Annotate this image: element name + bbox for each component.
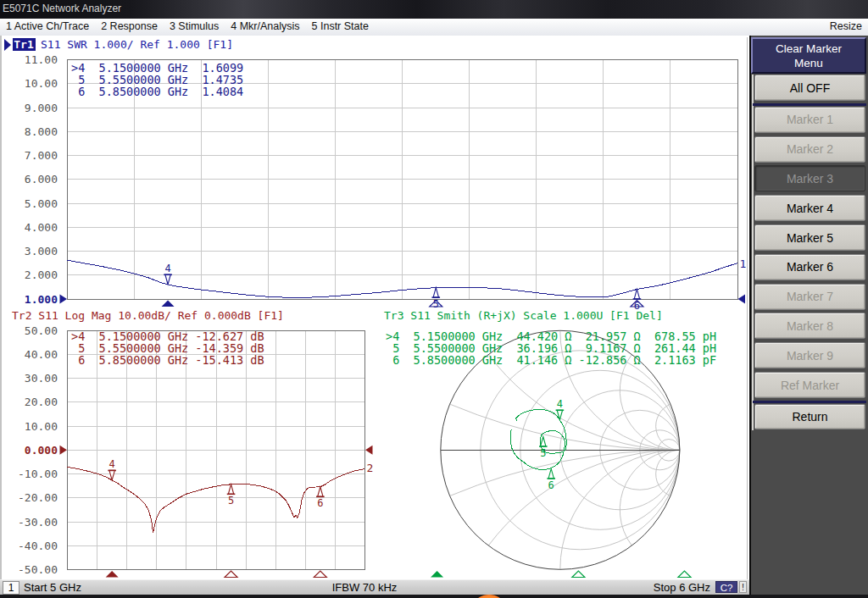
tr1-ref-arrow-right xyxy=(738,295,746,304)
softkey-menu-title-line1: Clear Marker xyxy=(753,42,865,56)
tr1-marker-row: 6 5.8500000 GHz 1.4084 xyxy=(71,85,243,98)
tr3-marker-row: 6 5.8500000 GHz 41.146 Ω -12.856 Ω 2.116… xyxy=(386,353,716,367)
tr3-trace xyxy=(510,409,566,469)
marker-5-symbol[interactable] xyxy=(433,288,438,298)
tr1-ytick: 7.000 xyxy=(25,149,58,162)
tr1-ytick: 1.000 xyxy=(25,293,58,306)
marker-5-axis-indicator[interactable] xyxy=(572,571,585,578)
softkey-ref-marker[interactable]: Ref Marker xyxy=(754,372,865,398)
marker-6-symbol[interactable] xyxy=(318,487,323,497)
softkey-marker-9[interactable]: Marker 9 xyxy=(754,342,865,368)
softkey-divider xyxy=(753,401,866,403)
tr1-ytick: 6.000 xyxy=(25,173,58,185)
active-trace-arrow-icon xyxy=(4,39,11,51)
tr2-ytick: 30.00 xyxy=(25,372,58,385)
tr2-ytick: 20.00 xyxy=(25,396,58,408)
trace1-title-row: Tr1 S11 SWR 1.000/ Ref 1.000 [F1] xyxy=(0,38,26,52)
trace1-name-badge[interactable]: Tr1 xyxy=(13,38,36,51)
softkey-marker-3[interactable]: Marker 3 xyxy=(754,165,865,191)
menu-item-3[interactable]: 3 Stimulus xyxy=(164,19,225,36)
channel-number-badge: 1 xyxy=(3,581,19,595)
tr1-ytick: 2.000 xyxy=(25,269,58,281)
softkey-menu-title-line2: Menu xyxy=(753,56,865,70)
analyzer-screen: E5071C Network Analyzer 1 Active Ch/Trac… xyxy=(0,0,868,598)
tr2-ytick: -10.00 xyxy=(18,468,58,480)
tr1-ytick: 5.000 xyxy=(25,197,58,210)
marker-6-symbol[interactable] xyxy=(634,289,639,299)
trace2-title: Tr2 S11 Log Mag 10.00dB/ Ref 0.000dB [F1… xyxy=(12,309,284,322)
softkey-marker-2[interactable]: Marker 2 xyxy=(754,136,865,163)
tr1-ytick: 4.000 xyxy=(25,221,58,234)
taskbar-strip xyxy=(0,595,868,598)
title-bar: E5071C Network Analyzer xyxy=(0,0,868,19)
softkey-marker-1[interactable]: Marker 1 xyxy=(754,107,865,133)
status-start-frequency: Start 5 GHz xyxy=(24,581,81,594)
menu-item-4[interactable]: 4 Mkr/Analysis xyxy=(225,19,305,36)
marker-4-axis-indicator[interactable] xyxy=(162,301,175,307)
marker-4-axis-indicator[interactable] xyxy=(431,571,443,578)
tr2-ytick: -30.00 xyxy=(18,516,58,529)
menu-items: 1 Active Ch/Trace2 Response3 Stimulus4 M… xyxy=(0,19,375,36)
marker-4-number: 4 xyxy=(109,458,115,470)
marker-6-symbol[interactable] xyxy=(548,468,554,479)
tr2-ref-arrow-right xyxy=(365,446,373,455)
softkey-marker-4[interactable]: Marker 4 xyxy=(754,195,865,221)
marker-6-number: 6 xyxy=(548,479,554,491)
menu-bar: 1 Active Ch/Trace2 Response3 Stimulus4 M… xyxy=(0,19,868,36)
trace3-title: Tr3 S11 Smith (R+jX) Scale 1.000U [F1 De… xyxy=(384,309,663,322)
trace1-title: S11 SWR 1.000/ Ref 1.000 [F1] xyxy=(41,38,233,51)
tr1-trace-number: 1 xyxy=(740,257,747,270)
tr2-ytick: 0.000 xyxy=(25,444,58,457)
softkey-marker-7[interactable]: Marker 7 xyxy=(754,284,865,310)
status-ifbw: IFBW 70 kHz xyxy=(297,581,432,594)
tr1-panel: 11.0010.009.0008.0007.0006.0005.0004.000… xyxy=(25,53,746,312)
tr2-trace-number: 2 xyxy=(367,462,374,474)
softkey-marker-6[interactable]: Marker 6 xyxy=(754,254,865,280)
tr2-ytick: 40.00 xyxy=(25,348,58,361)
tr2-marker-row: 6 5.8500000 GHz -15.413 dB xyxy=(71,353,264,367)
alert-badge: ! xyxy=(739,581,747,593)
marker-4-number: 4 xyxy=(557,398,563,410)
marker-4-number: 4 xyxy=(164,263,170,274)
softkey-return[interactable]: Return xyxy=(754,404,865,429)
menu-item-resize[interactable]: Resize xyxy=(830,19,862,35)
softkey-all-off[interactable]: All OFF xyxy=(754,75,865,101)
status-bar: 1 Start 5 GHz IFBW 70 kHz Stop 6 GHz C? … xyxy=(0,579,749,595)
marker-5-number: 5 xyxy=(228,495,234,507)
tr2-ytick: -50.00 xyxy=(18,563,58,576)
marker-5-axis-indicator[interactable] xyxy=(225,571,237,578)
softkey-marker-8[interactable]: Marker 8 xyxy=(754,313,865,339)
trace-plots: 11.0010.009.0008.0007.0006.0005.0004.000… xyxy=(0,36,749,579)
marker-5-symbol[interactable] xyxy=(228,484,233,495)
tr2-ytick: 50.00 xyxy=(25,324,58,337)
correction-badge: C? xyxy=(715,581,737,593)
tr2-ytick: 10.00 xyxy=(25,420,58,433)
tr2-ytick: -20.00 xyxy=(18,491,58,504)
menu-item-5[interactable]: 5 Instr State xyxy=(306,19,375,36)
tr1-ytick: 9.000 xyxy=(25,102,58,114)
softkey-marker-5[interactable]: Marker 5 xyxy=(754,224,865,251)
tr2-panel: 50.0040.0030.0020.0010.000.000-10.00-20.… xyxy=(18,324,373,578)
marker-6-axis-indicator[interactable] xyxy=(678,571,691,578)
softkey-panel-bevel xyxy=(752,75,754,430)
tr1-ytick: 11.00 xyxy=(25,53,58,66)
menu-item-1[interactable]: 1 Active Ch/Trace xyxy=(0,19,95,36)
menu-item-2[interactable]: 2 Response xyxy=(95,19,164,36)
taskbar-app-icon[interactable] xyxy=(476,595,503,598)
tr3-panel: 456>4 5.1500000 GHz 44.420 Ω 21.957 Ω 67… xyxy=(386,329,716,578)
window-title: E5071C Network Analyzer xyxy=(0,3,121,14)
marker-5-symbol[interactable] xyxy=(541,437,546,447)
softkey-divider xyxy=(753,103,866,106)
marker-6-number: 6 xyxy=(317,497,323,509)
marker-5-number: 5 xyxy=(540,447,546,459)
marker-4-axis-indicator[interactable] xyxy=(106,571,119,578)
tr2-ref-arrow-left xyxy=(60,446,68,455)
marker-6-axis-indicator[interactable] xyxy=(314,571,326,578)
tr1-ytick: 10.00 xyxy=(25,77,58,90)
softkey-menu-title: Clear Marker Menu xyxy=(751,37,866,74)
marker-4-symbol[interactable] xyxy=(165,274,170,285)
status-stop-frequency: Stop 6 GHz xyxy=(654,581,710,594)
tr1-ytick: 8.000 xyxy=(25,125,58,138)
tr1-ytick: 3.000 xyxy=(25,245,58,257)
tr1-ref-arrow-left xyxy=(60,295,68,304)
